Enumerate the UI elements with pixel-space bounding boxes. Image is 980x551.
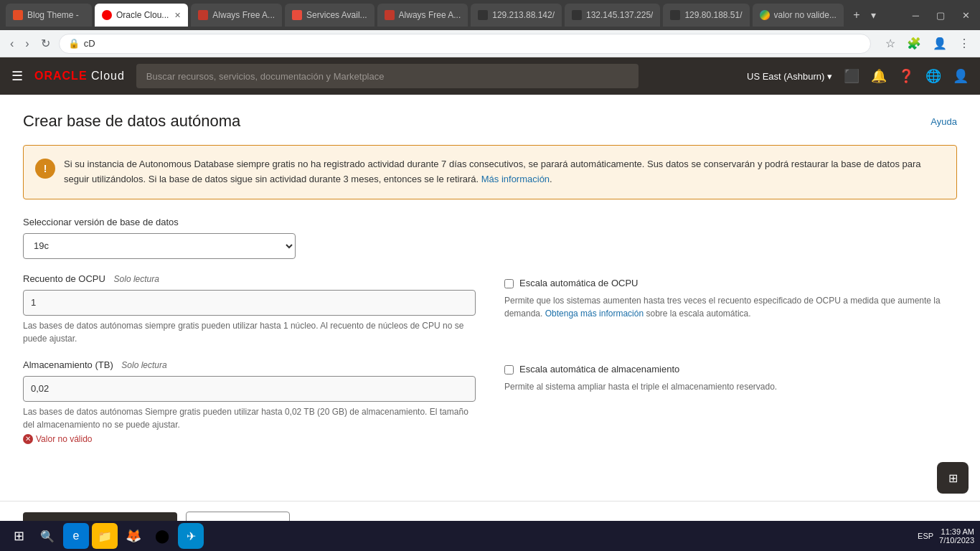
user-profile-button[interactable]: 👤 [953,68,969,84]
resources-row: Recuento de OCPU Solo lectura Las bases … [23,273,957,345]
storage-input [23,376,476,402]
browser-tabs-bar: Blog Theme - Oracle Clou... ✕ Always Fre… [0,0,980,30]
tab-favicon-oracle [102,10,112,20]
tab-favicon-ip3 [670,10,680,20]
storage-autoscale-column: Escala automática de almacenamiento Perm… [504,359,957,444]
tab-ip3[interactable]: 129.80.188.51/ [663,4,749,27]
maximize-button[interactable]: ▢ [932,9,949,22]
tab-label-always1: Always Free A... [212,10,275,20]
storage-row: Almacenamiento (TB) Solo lectura Las bas… [23,359,957,444]
version-form-group: Seleccionar versión de base de datos 19c… [23,217,957,259]
storage-autoscale-hint: Permite al sistema ampliar hasta el trip… [504,380,957,393]
warning-banner: ! Si su instancia de Autonomous Database… [23,145,957,199]
menu-button[interactable]: ⋮ [956,34,973,53]
ocpu-autoscale-checkbox[interactable] [504,279,514,288]
page-title-row: Crear base de datos autónoma Ayuda [23,112,957,131]
close-button[interactable]: ✕ [958,9,974,22]
ocpu-autoscale-hint-suffix: sobre la escala automática. [646,309,750,319]
taskbar-search[interactable]: 🔍 [34,523,60,549]
more-info-link[interactable]: Más información [481,174,550,184]
region-label: US East (Ashburn) [747,71,824,82]
taskbar-files[interactable]: 📁 [92,523,118,549]
warning-text: Si su instancia de Autonomous Database s… [64,157,945,187]
ocpu-autoscale-label: Escala automática de OCPU [519,278,638,288]
error-text: Valor no válido [36,434,93,444]
address-right-icons: ☆ 🧩 👤 ⋮ [882,34,973,53]
reload-button[interactable]: ↻ [38,34,53,53]
main-content: Crear base de datos autónoma Ayuda ! Si … [0,95,980,501]
taskbar-edge[interactable]: e [63,523,89,549]
taskbar-right: ESP 11:39 AM 7/10/2023 [918,527,974,545]
hamburger-menu-button[interactable]: ☰ [11,68,23,84]
extensions-button[interactable]: 🧩 [904,34,924,53]
tab-ip2[interactable]: 132.145.137.225/ [565,4,660,27]
back-button[interactable]: ‹ [7,34,17,53]
warning-icon: ! [35,159,55,179]
start-button[interactable]: ⊞ [6,523,32,549]
taskbar-firefox[interactable]: 🦊 [121,523,146,549]
storage-autoscale-row: Escala automática de almacenamiento [504,364,957,375]
tab-close-oracle[interactable]: ✕ [174,11,181,20]
profile-button[interactable]: 👤 [930,34,950,53]
cloud-shell-button[interactable]: ⬛ [844,68,859,84]
tab-label-ip2: 132.145.137.225/ [586,10,653,20]
language-indicator: ESP [918,532,933,540]
tab-label-services: Services Avail... [306,10,367,20]
address-bar: ‹ › ↻ 🔒 cD ☆ 🧩 👤 ⋮ [0,30,980,57]
ocpu-label: Recuento de OCPU Solo lectura [23,273,476,284]
storage-autoscale-checkbox[interactable] [504,365,514,375]
taskbar-chrome[interactable]: ⬤ [149,523,175,549]
help-link[interactable]: Ayuda [930,116,957,127]
header-right: US East (Ashburn) ▾ ⬛ 🔔 ❓ 🌐 👤 [747,68,969,84]
oracle-logo: ORACLE Cloud [34,70,125,83]
region-selector[interactable]: US East (Ashburn) ▾ [747,71,832,82]
window-controls: ─ ▢ ✕ [908,9,974,22]
oci-header: ☰ ORACLE Cloud US East (Ashburn) ▾ ⬛ 🔔 ❓… [0,57,980,95]
storage-hint: Las bases de datos autónomas Siempre gra… [23,405,476,431]
storage-error: ✕ Valor no válido [23,434,476,444]
bookmark-button[interactable]: ☆ [882,34,898,53]
new-tab-button[interactable]: + [847,5,867,25]
lock-icon: 🔒 [68,38,80,49]
storage-label-text: Almacenamiento (TB) [23,359,113,370]
notifications-button[interactable]: 🔔 [871,68,887,84]
ocpu-readonly-badge: Solo lectura [114,274,159,284]
address-text: cD [84,38,862,49]
tab-favicon-google [760,10,770,20]
taskbar-time-value: 11:39 AM [939,527,974,536]
ocpu-column: Recuento de OCPU Solo lectura Las bases … [23,273,476,345]
tab-services[interactable]: Services Avail... [285,4,374,27]
taskbar-telegram[interactable]: ✈ [178,523,204,549]
help-widget[interactable]: ⊞ [937,462,969,494]
tab-favicon-blog [13,10,23,20]
tab-always2[interactable]: Always Free A... [377,4,468,27]
ocpu-hint: Las bases de datos autónomas siempre gra… [23,319,476,345]
minimize-button[interactable]: ─ [908,9,923,22]
forward-button[interactable]: › [22,34,32,53]
ocpu-learn-more-link[interactable]: Obtenga más información [545,309,644,319]
error-icon: ✕ [23,434,33,444]
tab-always1[interactable]: Always Free A... [191,4,282,27]
tab-favicon-always1 [198,10,208,20]
settings-button[interactable]: 🌐 [925,68,941,84]
tab-label-ip1: 129.213.88.142/ [492,10,555,20]
tab-blog[interactable]: Blog Theme - [6,4,92,27]
global-search-input[interactable] [136,64,639,88]
tab-google[interactable]: valor no valide... [753,4,844,27]
storage-readonly-badge: Solo lectura [121,360,166,370]
tab-label-oracle: Oracle Clou... [116,10,169,20]
ocpu-autoscale-row: Escala automática de OCPU [504,278,957,288]
tab-chevron-icon[interactable]: ▾ [871,9,876,21]
ocpu-autoscale-hint: Permite que los sistemas aumenten hasta … [504,294,957,320]
cloud-logo-text: Cloud [91,70,125,82]
help-widget-icon: ⊞ [948,471,958,485]
tab-label-blog: Blog Theme - [27,10,85,20]
address-input-wrap[interactable]: 🔒 cD [59,34,871,54]
version-select[interactable]: 19c 21c 18c [23,233,296,259]
tab-ip1[interactable]: 129.213.88.142/ [471,4,562,27]
tab-favicon-always2 [385,10,395,20]
help-button[interactable]: ❓ [898,68,914,84]
version-label: Seleccionar versión de base de datos [23,217,957,227]
tab-oracle[interactable]: Oracle Clou... ✕ [95,4,188,27]
taskbar-date-value: 7/10/2023 [939,536,974,545]
